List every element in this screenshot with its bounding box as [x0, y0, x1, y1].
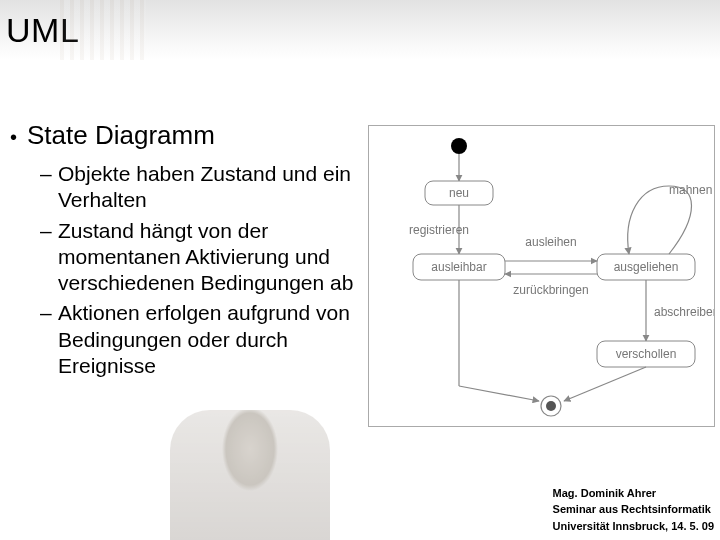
svg-line-7	[459, 386, 539, 401]
title-band: UML	[0, 0, 720, 60]
bullet-list: Objekte haben Zustand und ein Verhalten …	[10, 161, 355, 379]
state-ausleihbar-label: ausleihbar	[431, 260, 486, 274]
state-ausgeliehen-label: ausgeliehen	[614, 260, 679, 274]
footer-affiliation: Universität Innsbruck, 14. 5. 09	[553, 518, 714, 535]
footer: Mag. Dominik Ahrer Seminar aus Rechtsinf…	[553, 485, 714, 535]
bullet-dot: •	[10, 126, 17, 149]
transition-abschreiben: abschreiben	[654, 305, 714, 319]
svg-point-8	[546, 401, 556, 411]
list-item: Objekte haben Zustand und ein Verhalten	[40, 161, 355, 214]
transition-mahnen: mahnen	[669, 183, 712, 197]
list-item: Zustand hängt von der momentanen Aktivie…	[40, 218, 355, 297]
svg-line-5	[564, 367, 646, 401]
transition-ausleihen: ausleihen	[525, 235, 576, 249]
initial-state-icon	[451, 138, 467, 154]
decorative-statue	[170, 410, 330, 540]
slide: UML • State Diagramm Objekte haben Zusta…	[0, 0, 720, 540]
transition-zurueckbringen: zurückbringen	[513, 283, 588, 297]
section-heading: • State Diagramm	[10, 120, 355, 151]
footer-seminar: Seminar aus Rechtsinformatik	[553, 501, 714, 518]
list-item: Aktionen erfolgen aufgrund von Bedingung…	[40, 300, 355, 379]
footer-author: Mag. Dominik Ahrer	[553, 485, 714, 502]
decorative-columns	[60, 0, 146, 60]
transition-registrieren: registrieren	[409, 223, 469, 237]
state-verschollen-label: verschollen	[616, 347, 677, 361]
state-neu-label: neu	[449, 186, 469, 200]
content-area: • State Diagramm Objekte haben Zustand u…	[10, 120, 355, 400]
state-diagram: neu registrieren ausleihbar ausgeliehen …	[368, 125, 715, 427]
heading-text: State Diagramm	[27, 120, 215, 151]
